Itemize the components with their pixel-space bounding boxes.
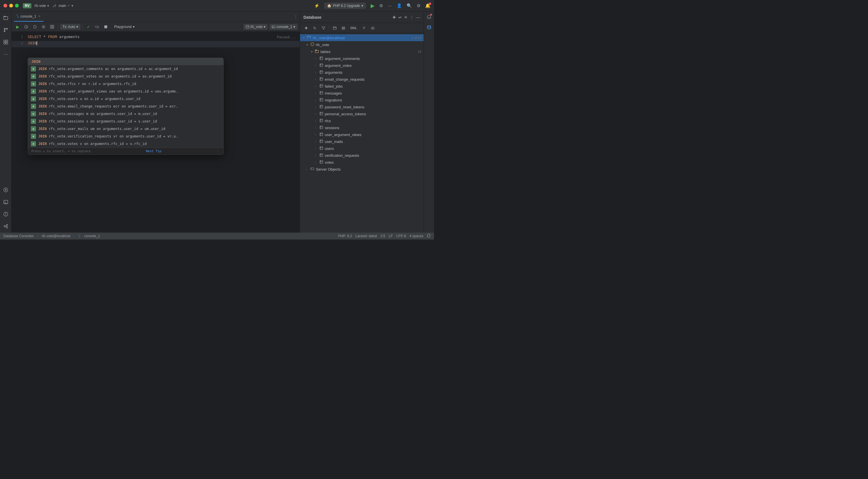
db-script-button[interactable] — [361, 24, 368, 32]
run-icon[interactable]: ▶ — [371, 3, 375, 9]
tree-table-argument-votes[interactable]: › argument_votes — [300, 62, 424, 69]
maximize-button[interactable] — [15, 4, 19, 7]
tree-table-rfcs[interactable]: › rfcs — [300, 117, 424, 124]
right-sidebar-db-icon[interactable] — [426, 24, 432, 31]
database-selector[interactable]: rfc_vote ▾ — [244, 24, 268, 30]
transaction-dropdown[interactable]: Tx: Auto ▾ — [60, 24, 81, 30]
undo-button[interactable] — [93, 23, 101, 31]
tree-table-sessions[interactable]: › sessions — [300, 124, 424, 131]
replay-button[interactable] — [31, 23, 39, 31]
breadcrumb-console[interactable]: console_1 — [84, 234, 100, 238]
breadcrumb-connection[interactable]: rfc-vote@localhost — [42, 234, 71, 238]
close-panel-icon[interactable]: ✕ — [404, 15, 407, 20]
db-properties-button[interactable] — [339, 24, 347, 32]
autocomplete-item-2[interactable]: ⊞ JOIN rfc_vote.argument_votes av on arg… — [28, 72, 223, 80]
branch-info[interactable]: rfc-vote ▾ ⎇ main ✓ ▾ — [34, 4, 73, 8]
cursor-position[interactable]: 2:5 — [380, 234, 385, 238]
sidebar-git-icon[interactable] — [2, 223, 9, 230]
tree-table-user-arg-views[interactable]: › user_argument_views — [300, 131, 424, 138]
autocomplete-item-5[interactable]: ⊞ JOIN rfc_vote.users u on u.id = argume… — [28, 95, 223, 102]
sidebar-folder-icon[interactable] — [2, 14, 9, 21]
autocomplete-item-7[interactable]: ⊞ JOIN rfc_vote.messages m on arguments.… — [28, 110, 223, 118]
autocomplete-item-11[interactable]: ⊞ JOIN rfc_vote.votes v on arguments.rfc… — [28, 140, 223, 148]
autocomplete-item-4[interactable]: ⊞ JOIN rfc_vote.user_argument_views uav … — [28, 88, 223, 95]
gear-spin-icon[interactable]: ⚙ — [379, 3, 383, 8]
tree-schema[interactable]: ▼ rfc_vote — [300, 41, 424, 48]
table-icon-arg-votes — [319, 63, 323, 68]
tree-table-argument-comments[interactable]: › argument_comments — [300, 55, 424, 62]
db-eye-button[interactable] — [369, 24, 377, 32]
history-button[interactable] — [23, 23, 30, 31]
right-sidebar-notification-icon[interactable] — [426, 14, 432, 20]
tab-more-button[interactable]: ⋮ — [293, 14, 298, 19]
tree-table-users[interactable]: › users — [300, 145, 424, 152]
autocomplete-item-3[interactable]: ⊞ JOIN rfc_vote.rfcs r on r.id = argumen… — [28, 80, 223, 88]
autocomplete-item-1[interactable]: ⊞ JOIN rfc_vote.argument_comments ac on … — [28, 65, 223, 72]
project-badge[interactable]: RV — [23, 3, 31, 8]
close-button[interactable] — [3, 4, 7, 7]
tree-table-failed-jobs[interactable]: › failed_jobs — [300, 83, 424, 90]
code-editor[interactable]: 1 SELECT * FROM arguments 2 JOIN Paused.… — [11, 32, 300, 233]
indent-setting[interactable]: 4 spaces — [409, 234, 423, 238]
autocomplete-more-icon[interactable]: ⋮ — [217, 149, 220, 153]
tree-table-password-reset[interactable]: › password_reset_tokens — [300, 103, 424, 110]
settings-button[interactable] — [40, 23, 47, 31]
svg-rect-5 — [4, 42, 5, 44]
laravel-version[interactable]: Laravel: latest — [355, 234, 377, 238]
minimize-button[interactable] — [9, 4, 13, 7]
autocomplete-item-10[interactable]: ⊞ JOIN rfc_vote.verification_requests vr… — [28, 132, 223, 140]
db-schema-button[interactable] — [331, 24, 338, 32]
svg-rect-25 — [307, 36, 311, 37]
sidebar-plugins-icon[interactable] — [2, 39, 9, 46]
tree-table-messages[interactable]: › messages — [300, 90, 424, 96]
breadcrumb-db-consoles[interactable]: Database Consoles — [3, 234, 34, 238]
grid-button[interactable] — [49, 23, 56, 31]
autocomplete-item-6[interactable]: ⊞ JOIN rfc_vote.email_change_requests ec… — [28, 102, 223, 110]
tree-tables-folder[interactable]: ▼ tables 16 — [300, 48, 424, 55]
autocomplete-item-9[interactable]: ⊞ JOIN rfc_vote.user_mails um on argumen… — [28, 125, 223, 132]
tree-table-personal-access[interactable]: › personal_access_tokens — [300, 110, 424, 117]
php-upgrade-button[interactable]: 🏠 PHP 8.2 Upgrade ▾ — [324, 3, 366, 9]
tree-table-email-change[interactable]: › email_change_requests — [300, 76, 424, 83]
db-refresh-button[interactable]: ↻ — [311, 24, 318, 32]
check-button[interactable]: ✓ — [85, 23, 92, 31]
user-icon[interactable]: 👤 — [397, 3, 402, 8]
ddl-button[interactable]: DDL — [348, 26, 359, 30]
run-query-button[interactable]: ▶ — [14, 23, 21, 31]
tree-table-verification[interactable]: › verification_requests — [300, 152, 424, 159]
sidebar-terminal-icon[interactable] — [2, 199, 9, 206]
sidebar-vcs-icon[interactable] — [2, 27, 9, 33]
more-icon[interactable]: ⋯ — [388, 3, 392, 8]
db-filter-button[interactable] — [319, 24, 327, 32]
autocomplete-item-8[interactable]: ⊞ JOIN rfc_vote.sessions s on arguments.… — [28, 118, 223, 125]
line-ending[interactable]: LF — [389, 234, 393, 238]
tree-connection[interactable]: ▼ rfc_vote@localhost 1 of 14 — [300, 34, 424, 41]
notification-badge[interactable]: 🔔 — [425, 3, 431, 8]
sidebar-more-icon[interactable]: ⋯ — [2, 51, 9, 58]
settings-icon[interactable]: ⚙ — [417, 3, 421, 8]
tree-server-objects[interactable]: › Server Objects — [300, 166, 424, 173]
tree-table-user-mails[interactable]: › user_mails — [300, 138, 424, 145]
table-name-votes: votes — [325, 160, 421, 164]
sidebar-issues-icon[interactable] — [2, 211, 9, 218]
sidebar-run-icon[interactable] — [2, 186, 9, 193]
lightning-icon[interactable]: ⚡ — [314, 3, 319, 8]
tree-table-votes[interactable]: › votes — [300, 159, 424, 166]
playground-button[interactable]: Playground ▾ — [112, 24, 137, 30]
minimize-panel-icon[interactable]: — — [416, 15, 420, 20]
search-icon[interactable]: 🔍 — [407, 3, 412, 8]
more-panel-icon[interactable]: ⋮ — [410, 15, 414, 20]
stop-button[interactable] — [102, 23, 110, 31]
sync-icon[interactable] — [427, 234, 431, 238]
tree-table-migrations[interactable]: › migrations — [300, 96, 424, 103]
console-selector[interactable]: console_1 ▾ — [270, 24, 298, 30]
tree-table-arguments[interactable]: › arguments — [300, 69, 424, 76]
next-tip-link[interactable]: Next Tip — [146, 149, 161, 153]
encoding[interactable]: UTF-8 — [396, 234, 406, 238]
add-connection-icon[interactable]: ✚ — [393, 15, 396, 20]
switch-schema-icon[interactable]: ⇌ — [398, 15, 402, 20]
tab-close-button[interactable]: ✕ — [38, 14, 41, 18]
tab-console1[interactable]: ╲ console_1 ✕ — [14, 11, 43, 22]
db-add-button[interactable]: ✚ — [302, 24, 310, 32]
php-version[interactable]: PHP: 8.2 — [338, 234, 352, 238]
